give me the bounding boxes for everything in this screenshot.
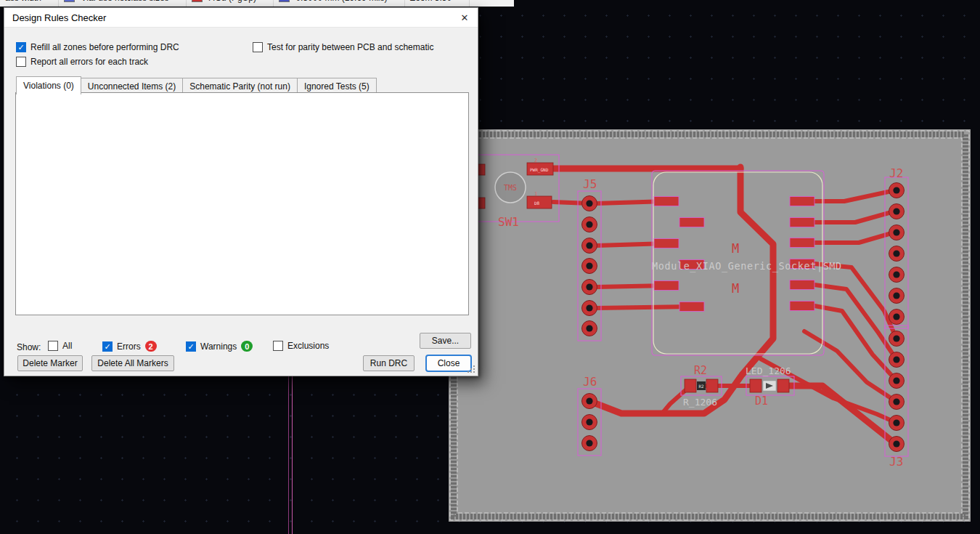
delete-all-markers-button[interactable]: Delete All Markers xyxy=(91,355,174,371)
checkbox-label: Report all errors for each track xyxy=(30,57,148,67)
r2-fab-label: R_1206 xyxy=(683,397,717,408)
zoom-value: Zoom 3.50 xyxy=(410,0,452,3)
checkbox-label: Test for parity between PCB and schemati… xyxy=(267,42,433,52)
schematic-parity-checkbox[interactable]: Test for parity between PCB and schemati… xyxy=(253,42,433,52)
sw1-pad2-number: 2 xyxy=(534,158,537,163)
violations-list[interactable] xyxy=(15,92,469,315)
checkbox-box xyxy=(102,341,113,352)
drc-dialog: Design Rules Checker ✕ Refill all zones … xyxy=(4,7,478,376)
sw1-pad2-net: PWR_GND xyxy=(530,167,549,173)
drc-dialog-titlebar[interactable]: Design Rules Checker ✕ xyxy=(4,8,478,28)
j2-ref-label: J2 xyxy=(889,166,903,180)
chevron-down-icon: ⌄ xyxy=(457,0,463,1)
grid-size-value: 0.3000 mm (19.69 mils) xyxy=(295,0,387,3)
r2-ref-label: R2 xyxy=(694,364,707,377)
track-width-value: ass width xyxy=(5,0,41,3)
d1-fab-label: LED_1206 xyxy=(746,365,791,376)
filter-errors-checkbox[interactable]: Errors 2 xyxy=(102,341,157,352)
resize-grip[interactable] xyxy=(473,371,475,373)
via-swatch-icon xyxy=(64,0,75,2)
layer-value: F.Cu (PgUp) xyxy=(208,0,256,3)
close-button[interactable]: Close xyxy=(425,355,472,372)
report-all-errors-checkbox[interactable]: Report all errors for each track xyxy=(16,57,148,67)
j5-ref-label: J5 xyxy=(583,177,597,191)
track-width-dropdown[interactable]: ass width ⌄ xyxy=(0,0,59,7)
sw1-tms-label: TMS xyxy=(504,184,517,192)
module-m-bottom-label: M xyxy=(732,281,739,296)
pcb-editor-window: 2 PWR_GND 1 D8 TMS xyxy=(0,0,980,534)
sw1-ref-label: SW1 xyxy=(498,215,519,229)
tab-violations[interactable]: Violations (0) xyxy=(16,76,81,94)
via-size-value: Via: use netclass sizes xyxy=(81,0,168,3)
grid-swatch-icon xyxy=(279,0,290,2)
via-size-dropdown[interactable]: Via: use netclass sizes ⌄ xyxy=(59,0,187,7)
top-toolbar: ass width ⌄ Via: use netclass sizes ⌄ F.… xyxy=(0,0,514,7)
r2-body-label: R2 xyxy=(698,384,704,389)
checkbox-box xyxy=(16,42,26,52)
grid-size-dropdown[interactable]: 0.3000 mm (19.69 mils) ⌄ xyxy=(274,0,404,7)
checkbox-label: All xyxy=(62,341,72,351)
filter-exclusions-checkbox[interactable]: Exclusions xyxy=(273,341,329,351)
checkbox-label: Exclusions xyxy=(287,341,329,351)
sw1-pad1-number: 1 xyxy=(534,191,537,197)
filter-warnings-checkbox[interactable]: Warnings 0 xyxy=(186,341,253,352)
checkbox-box xyxy=(186,341,196,352)
d1-ref-label: D1 xyxy=(755,395,768,408)
j6-ref-label: J6 xyxy=(583,375,597,389)
errors-count-badge: 2 xyxy=(145,341,157,352)
checkbox-box xyxy=(48,341,58,351)
checkbox-box xyxy=(273,341,283,351)
chevron-down-icon: ⌄ xyxy=(175,0,181,1)
checkbox-label: Errors xyxy=(117,341,141,352)
show-label: Show: xyxy=(17,342,41,352)
checkbox-label: Warnings xyxy=(200,341,237,352)
checkbox-box xyxy=(253,42,263,52)
layer-swatch-icon xyxy=(192,0,203,2)
module-m-top-label: M xyxy=(732,241,739,256)
save-button[interactable]: Save... xyxy=(420,333,471,349)
module-fab-name: Module_XIAO_Generic_Socket|SMD xyxy=(652,260,842,272)
pcb-board[interactable]: 2 PWR_GND 1 D8 TMS xyxy=(449,129,971,522)
warnings-count-badge: 0 xyxy=(241,341,253,352)
sw1-pad1-net: D8 xyxy=(534,201,540,206)
j3-ref-label: J3 xyxy=(889,455,903,469)
refill-zones-checkbox[interactable]: Refill all zones before performing DRC xyxy=(16,42,179,52)
checkbox-box xyxy=(16,57,26,67)
layer-dropdown[interactable]: F.Cu (PgUp) ⌄ xyxy=(187,0,274,7)
checkbox-label: Refill all zones before performing DRC xyxy=(30,42,179,52)
chevron-down-icon: ⌄ xyxy=(393,0,399,1)
guide-line-left xyxy=(288,369,289,534)
close-icon[interactable]: ✕ xyxy=(452,8,478,27)
delete-marker-button[interactable]: Delete Marker xyxy=(17,355,83,371)
zoom-dropdown[interactable]: Zoom 3.50 ⌄ xyxy=(405,0,470,7)
chevron-down-icon: ⌄ xyxy=(47,0,53,1)
chevron-down-icon: ⌄ xyxy=(262,0,268,1)
guide-line-right xyxy=(292,369,293,534)
run-drc-button[interactable]: Run DRC xyxy=(363,355,415,371)
dialog-title: Design Rules Checker xyxy=(4,12,106,23)
filter-all-checkbox[interactable]: All xyxy=(48,341,72,351)
